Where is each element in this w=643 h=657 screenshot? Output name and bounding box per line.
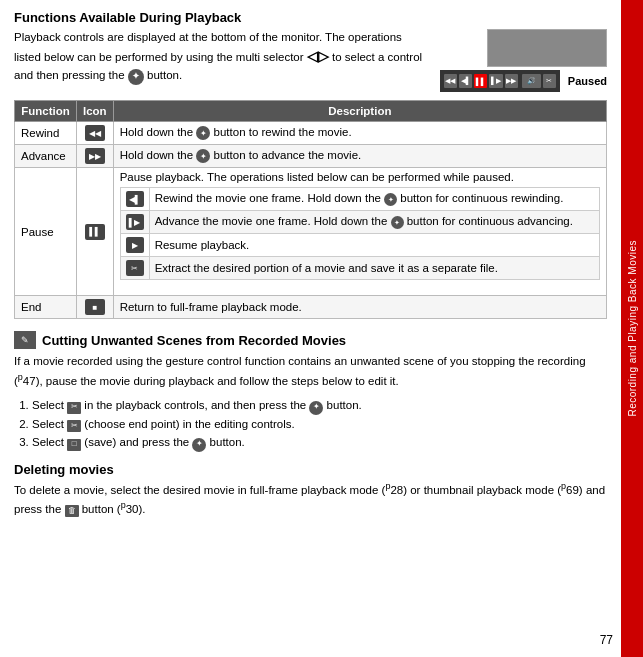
sub-icon-step-back: ◀▌ <box>120 188 149 211</box>
col-function: Function <box>15 101 77 122</box>
sidebar: Recording and Playing Back Movies <box>621 0 643 657</box>
page-number: 77 <box>600 633 613 647</box>
paused-label: Paused <box>568 75 607 87</box>
table-row: End ■ Return to full-frame playback mode… <box>15 296 607 319</box>
sub-desc-play: Resume playback. <box>149 234 599 257</box>
table-row: ▶ Resume playback. <box>120 234 599 257</box>
table-row: Advance ▶▶ Hold down the ✦ button to adv… <box>15 145 607 168</box>
paused-screen-preview <box>487 29 607 67</box>
pause-icon: ▌▌ <box>85 224 105 240</box>
step-back-ctrl-icon: ◀▌ <box>459 74 472 88</box>
sub-icon-scissors: ✂ <box>120 257 149 280</box>
icon-rewind: ◀◀ <box>77 122 114 145</box>
rewind-icon: ◀◀ <box>85 125 105 141</box>
table-row: ▌▶ Advance the movie one frame. Hold dow… <box>120 211 599 234</box>
function-rewind: Rewind <box>15 122 77 145</box>
sub-desc-scissors: Extract the desired portion of a movie a… <box>149 257 599 280</box>
advance-ctrl-icon: ▶▶ <box>505 74 518 88</box>
scissors-ctrl-icon: ✂ <box>543 74 556 88</box>
step-fwd-icon: ▌▶ <box>126 214 144 230</box>
sub-desc-step-fwd: Advance the movie one frame. Hold down t… <box>149 211 599 234</box>
icon-end: ■ <box>77 296 114 319</box>
cutting-title: Cutting Unwanted Scenes from Recorded Mo… <box>42 333 346 348</box>
sub-table-pause: ◀▌ Rewind the movie one frame. Hold down… <box>120 187 600 280</box>
play-icon: ▶ <box>126 237 144 253</box>
icon-pause: ▌▌ <box>77 168 114 296</box>
function-advance: Advance <box>15 145 77 168</box>
col-icon: Icon <box>77 101 114 122</box>
step-fwd-ctrl-icon: ▌▶ <box>489 74 502 88</box>
cutting-step-3: Select □ (save) and press the ✦ button. <box>32 433 607 451</box>
table-row: ◀▌ Rewind the movie one frame. Hold down… <box>120 188 599 211</box>
table-row: Rewind ◀◀ Hold down the ✦ button to rewi… <box>15 122 607 145</box>
deleting-title: Deleting movies <box>14 462 607 477</box>
paused-controls-bar: ◀◀ ◀▌ ▌▌ ▌▶ ▶▶ 🔊 ✂ <box>440 70 560 92</box>
deleting-body: To delete a movie, select the desired mo… <box>14 480 607 519</box>
sub-desc-step-back: Rewind the movie one frame. Hold down th… <box>149 188 599 211</box>
volume-ctrl-icon: 🔊 <box>522 74 541 88</box>
desc-advance: Hold down the ✦ button to advance the mo… <box>113 145 606 168</box>
cutting-step-1: Select ✂ in the playback controls, and t… <box>32 396 607 414</box>
page-title: Functions Available During Playback <box>14 10 607 25</box>
deleting-section: Deleting movies To delete a movie, selec… <box>14 462 607 519</box>
sidebar-label: Recording and Playing Back Movies <box>627 240 638 417</box>
stop-icon: ■ <box>85 299 105 315</box>
table-row: Pause ▌▌ Pause playback. The operations … <box>15 168 607 296</box>
functions-table: Function Icon Description Rewind ◀◀ Hold… <box>14 100 607 319</box>
icon-advance: ▶▶ <box>77 145 114 168</box>
sub-icon-play: ▶ <box>120 234 149 257</box>
desc-end: Return to full-frame playback mode. <box>113 296 606 319</box>
cutting-section-icon: ✎ <box>14 331 36 349</box>
desc-rewind: Hold down the ✦ button to rewind the mov… <box>113 122 606 145</box>
pause-ctrl-icon: ▌▌ <box>474 74 487 88</box>
sub-icon-step-fwd: ▌▶ <box>120 211 149 234</box>
cutting-section: ✎ Cutting Unwanted Scenes from Recorded … <box>14 331 607 452</box>
cutting-intro: If a movie recorded using the gesture co… <box>14 353 607 390</box>
function-end: End <box>15 296 77 319</box>
scissors-icon: ✂ <box>126 260 144 276</box>
desc-pause: Pause playback. The operations listed be… <box>113 168 606 296</box>
cutting-step-2: Select ✂ (choose end point) in the editi… <box>32 415 607 433</box>
rewind-ctrl-icon: ◀◀ <box>444 74 457 88</box>
advance-icon: ▶▶ <box>85 148 105 164</box>
function-pause: Pause <box>15 168 77 296</box>
table-row: ✂ Extract the desired portion of a movie… <box>120 257 599 280</box>
intro-paragraph: Playback controls are displayed at the b… <box>14 29 430 92</box>
col-description: Description <box>113 101 606 122</box>
step-back-icon: ◀▌ <box>126 191 144 207</box>
cutting-steps: Select ✂ in the playback controls, and t… <box>32 396 607 451</box>
